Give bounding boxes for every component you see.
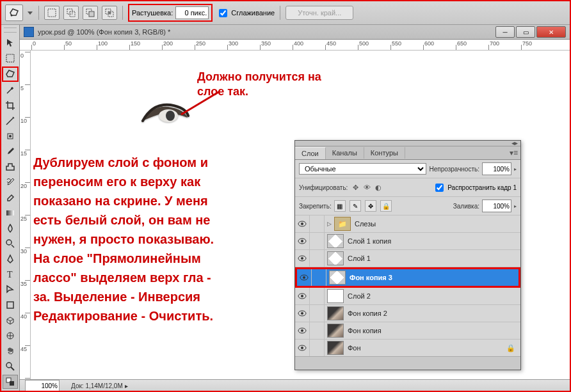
lock-position-button[interactable]: ✥ xyxy=(365,200,376,212)
lock-icon: 🔒 xyxy=(506,344,515,352)
selection-new-button[interactable] xyxy=(44,6,60,20)
panel-grip[interactable] xyxy=(295,141,520,146)
antialias-checkbox[interactable]: Сглаживание xyxy=(216,7,275,19)
path-selection-tool[interactable] xyxy=(3,283,18,297)
group-toggle-icon[interactable]: ▷ xyxy=(327,221,332,227)
unify-visibility-icon[interactable]: 👁 xyxy=(362,183,372,192)
link-cell[interactable] xyxy=(310,288,325,304)
layer-row[interactable]: Слой 1 копия xyxy=(295,233,520,250)
selection-add-button[interactable] xyxy=(63,6,79,20)
svg-point-0 xyxy=(11,15,13,17)
window-maximize-button[interactable]: ▭ xyxy=(516,26,535,38)
link-cell[interactable] xyxy=(310,216,325,232)
dodge-tool[interactable] xyxy=(3,237,18,251)
shape-tool[interactable] xyxy=(3,298,18,312)
ruler-vertical[interactable]: 05101520253035404550 xyxy=(20,51,31,379)
lock-pixels-button[interactable]: ✎ xyxy=(350,200,361,212)
window-close-button[interactable]: ✕ xyxy=(536,26,566,38)
tab-channels[interactable]: Каналы xyxy=(326,147,364,159)
layer-name[interactable]: Фон копия xyxy=(348,327,520,334)
selection-subtract-button[interactable] xyxy=(83,6,98,20)
healing-brush-tool[interactable] xyxy=(3,129,18,143)
visibility-toggle[interactable] xyxy=(295,340,310,356)
window-minimize-button[interactable]: ─ xyxy=(495,26,515,38)
move-tool[interactable] xyxy=(3,36,18,50)
status-dropdown[interactable]: ▸ xyxy=(125,382,128,389)
zoom-tool[interactable] xyxy=(3,359,18,373)
antialias-check[interactable] xyxy=(219,9,227,17)
layer-row[interactable]: Слой 1 xyxy=(295,250,520,267)
layer-row[interactable]: Слой 2 xyxy=(295,288,520,305)
panel-menu-button[interactable]: ▾≡ xyxy=(510,148,518,157)
type-tool[interactable]: T xyxy=(3,267,18,281)
unify-style-icon[interactable]: ◐ xyxy=(373,183,383,192)
visibility-toggle[interactable] xyxy=(295,233,310,249)
blend-mode-select[interactable]: Обычные xyxy=(299,163,426,175)
svg-rect-9 xyxy=(6,54,14,62)
layer-row[interactable]: Фон🔒 xyxy=(295,340,520,357)
tool-preset-dropdown[interactable] xyxy=(27,5,33,20)
layer-row[interactable]: ▷📁Слезы xyxy=(295,216,520,233)
layer-row[interactable]: Фон копия 3 xyxy=(295,267,520,288)
visibility-toggle[interactable] xyxy=(295,305,310,322)
fill-input[interactable] xyxy=(482,200,511,212)
hand-tool[interactable] xyxy=(3,344,18,358)
layer-row[interactable]: Фон копия 2 xyxy=(295,305,520,322)
tab-paths[interactable]: Контуры xyxy=(364,147,405,159)
lasso-tool[interactable] xyxy=(2,67,19,82)
selection-intersect-button[interactable] xyxy=(102,6,117,20)
clone-stamp-tool[interactable] xyxy=(3,160,18,174)
link-cell[interactable] xyxy=(310,322,325,339)
layer-name[interactable]: Слезы xyxy=(355,220,520,228)
visibility-toggle[interactable] xyxy=(295,322,310,339)
visibility-toggle[interactable] xyxy=(295,216,310,232)
eyedropper-tool[interactable] xyxy=(3,114,18,128)
layer-name[interactable]: Фон копия 3 xyxy=(350,274,519,281)
link-cell[interactable] xyxy=(310,233,325,249)
fill-dropdown[interactable]: ▸ xyxy=(514,203,517,209)
layer-thumbnail xyxy=(329,270,346,285)
layer-name[interactable]: Слой 1 xyxy=(348,255,520,262)
tab-layers[interactable]: Слои xyxy=(295,147,326,159)
3d-camera-tool[interactable] xyxy=(3,329,18,343)
propagate-frame-checkbox[interactable]: Распространить кадр 1 xyxy=(433,182,517,194)
pen-tool[interactable] xyxy=(3,252,18,266)
feather-input[interactable] xyxy=(175,6,209,19)
layer-name[interactable]: Фон копия 2 xyxy=(348,310,520,317)
layer-name[interactable]: Фон xyxy=(348,344,506,352)
opacity-dropdown[interactable]: ▸ xyxy=(514,166,517,172)
layer-row[interactable]: Фон копия xyxy=(295,322,520,340)
blur-tool[interactable] xyxy=(3,221,18,235)
toolbox-grip[interactable] xyxy=(4,27,17,33)
visibility-toggle[interactable] xyxy=(297,269,312,286)
gradient-tool[interactable] xyxy=(3,206,18,220)
link-cell[interactable] xyxy=(310,250,325,267)
3d-tool[interactable] xyxy=(3,313,18,327)
eraser-tool[interactable] xyxy=(3,191,18,205)
unify-position-icon[interactable]: ✥ xyxy=(350,183,360,192)
active-tool-indicator[interactable] xyxy=(5,4,23,21)
lock-all-button[interactable]: 🔒 xyxy=(380,200,392,212)
layer-name[interactable]: Слой 1 копия xyxy=(348,237,520,245)
link-cell[interactable] xyxy=(310,305,325,322)
propagate-check[interactable] xyxy=(435,184,444,192)
unify-label: Унифицировать: xyxy=(299,184,348,191)
brush-tool[interactable] xyxy=(3,145,18,159)
history-brush-tool[interactable] xyxy=(3,175,18,189)
crop-tool[interactable] xyxy=(3,98,18,113)
link-cell[interactable] xyxy=(312,269,326,286)
canvas[interactable]: Должно получится на слое так. Дублируем … xyxy=(31,51,570,379)
marquee-tool[interactable] xyxy=(3,51,18,65)
opacity-input[interactable] xyxy=(482,162,511,175)
refine-edge-button[interactable]: Уточн. край... xyxy=(286,6,353,20)
link-cell[interactable] xyxy=(310,340,325,356)
visibility-toggle[interactable] xyxy=(295,288,310,304)
default-colors-button[interactable] xyxy=(3,375,18,389)
ruler-horizontal[interactable]: 0501001502002503003504004505005506006507… xyxy=(30,40,570,51)
layer-name[interactable]: Слой 2 xyxy=(348,292,520,300)
magic-wand-tool[interactable] xyxy=(3,83,18,97)
visibility-toggle[interactable] xyxy=(295,250,310,267)
lock-transparency-button[interactable]: ▦ xyxy=(334,200,346,212)
ruler-corner[interactable] xyxy=(20,40,31,51)
zoom-input[interactable] xyxy=(25,380,60,391)
